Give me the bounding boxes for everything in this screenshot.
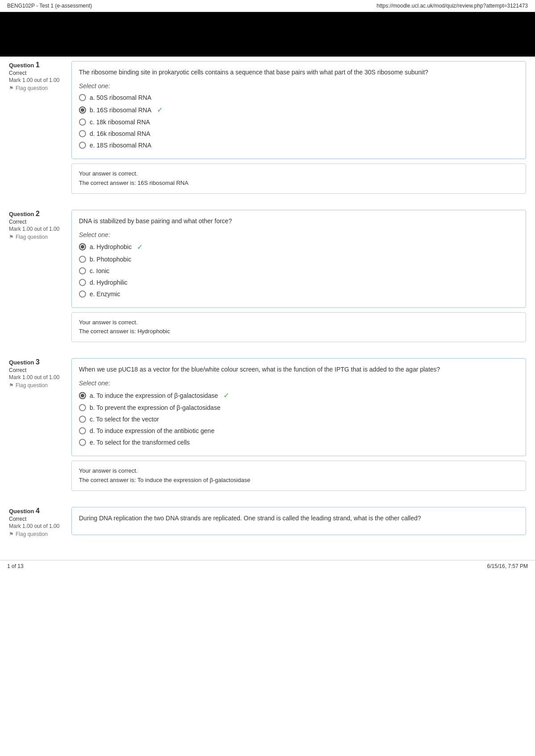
page-header: BENG102P - Test 1 (e-assessment) https:/…	[0, 0, 535, 12]
question-status-1: Correct	[9, 70, 67, 76]
question-text-3: When we use pUC18 as a vector for the bl…	[79, 365, 519, 374]
question-text-4: During DNA replication the two DNA stran…	[79, 514, 519, 523]
feedback-correct-3: Your answer is correct.	[79, 466, 519, 476]
question-main-3: When we use pUC18 as a vector for the bl…	[71, 358, 526, 500]
option-label-2-4: e. Enzymic	[90, 290, 120, 298]
flag-icon: ⚑	[9, 85, 14, 91]
question-box-4: During DNA replication the two DNA stran…	[71, 507, 526, 535]
top-bar	[0, 12, 535, 57]
question-box-2: DNA is stabilized by base pairing and wh…	[71, 210, 526, 308]
question-block-3: Question 3CorrectMark 1.00 out of 1.00⚑F…	[9, 358, 526, 500]
page-title: BENG102P - Test 1 (e-assessment)	[7, 3, 92, 9]
question-number-2: Question 2	[9, 210, 67, 218]
radio-1-2[interactable]	[79, 119, 86, 126]
option-row-2-4: e. Enzymic	[79, 290, 519, 298]
radio-2-0[interactable]	[79, 243, 86, 250]
flag-icon: ⚑	[9, 531, 14, 537]
question-mark-2: Mark 1.00 out of 1.00	[9, 226, 67, 232]
question-main-4: During DNA replication the two DNA stran…	[71, 507, 526, 539]
option-label-3-0: a. To induce the expression of β-galacto…	[90, 392, 218, 399]
question-main-2: DNA is stabilized by base pairing and wh…	[71, 210, 526, 351]
radio-3-4[interactable]	[79, 439, 86, 446]
radio-2-4[interactable]	[79, 290, 86, 298]
content-area: Question 1CorrectMark 1.00 out of 1.00⚑F…	[0, 57, 535, 551]
radio-3-1[interactable]	[79, 404, 86, 411]
feedback-box-3: Your answer is correct.The correct answe…	[71, 461, 526, 491]
radio-3-3[interactable]	[79, 427, 86, 434]
option-label-2-3: d. Hydrophilic	[90, 279, 128, 286]
select-one-label-3: Select one:	[79, 380, 519, 387]
page-info: 1 of 13	[7, 563, 24, 569]
option-row-1-0: a. 50S ribosomal RNA	[79, 93, 519, 102]
question-status-2: Correct	[9, 219, 67, 225]
feedback-answer-2: The correct answer is: Hydrophobic	[79, 327, 519, 336]
option-row-1-3: d. 16k ribosomal RNA	[79, 129, 519, 138]
flag-label: Flag question	[16, 382, 48, 388]
flag-question-2[interactable]: ⚑Flag question	[9, 234, 67, 240]
question-status-3: Correct	[9, 367, 67, 373]
question-mark-3: Mark 1.00 out of 1.00	[9, 374, 67, 380]
radio-3-0[interactable]	[79, 392, 86, 399]
feedback-box-2: Your answer is correct.The correct answe…	[71, 312, 526, 343]
option-label-3-2: c. To select for the vector	[90, 416, 159, 423]
radio-1-4[interactable]	[79, 142, 86, 149]
radio-1-1[interactable]	[79, 106, 86, 114]
option-label-2-0: a. Hydrophobic	[90, 243, 132, 250]
flag-question-3[interactable]: ⚑Flag question	[9, 382, 67, 388]
question-number-3: Question 3	[9, 358, 67, 366]
option-row-1-1: b. 16S ribosomal RNA✓	[79, 105, 519, 115]
date-time: 6/15/16, 7:57 PM	[487, 563, 528, 569]
option-label-2-1: b. Photophobic	[90, 256, 131, 263]
radio-1-0[interactable]	[79, 94, 86, 101]
option-label-1-3: d. 16k ribosomal RNA	[90, 130, 150, 137]
question-sidebar-4: Question 4CorrectMark 1.00 out of 1.00⚑F…	[9, 507, 67, 539]
flag-label: Flag question	[16, 531, 48, 537]
question-mark-4: Mark 1.00 out of 1.00	[9, 523, 67, 529]
feedback-answer-1: The correct answer is: 16S ribosomal RNA	[79, 179, 519, 188]
question-mark-1: Mark 1.00 out of 1.00	[9, 77, 67, 83]
option-label-2-2: c. Ionic	[90, 267, 109, 274]
option-row-2-1: b. Photophobic	[79, 255, 519, 264]
radio-1-3[interactable]	[79, 130, 86, 137]
question-text-1: The ribosome binding site in prokaryotic…	[79, 68, 519, 77]
feedback-correct-2: Your answer is correct.	[79, 318, 519, 327]
feedback-answer-3: The correct answer is: To induce the exp…	[79, 476, 519, 485]
flag-label: Flag question	[16, 85, 48, 91]
option-label-3-3: d. To induce expression of the antibioti…	[90, 427, 214, 434]
option-row-3-0: a. To induce the expression of β-galacto…	[79, 390, 519, 400]
option-row-3-4: e. To select for the transformed cells	[79, 438, 519, 447]
question-block-1: Question 1CorrectMark 1.00 out of 1.00⚑F…	[9, 61, 526, 203]
feedback-correct-1: Your answer is correct.	[79, 169, 519, 179]
radio-2-2[interactable]	[79, 267, 86, 274]
page-footer: 1 of 13 6/15/16, 7:57 PM	[0, 560, 535, 572]
option-row-3-3: d. To induce expression of the antibioti…	[79, 426, 519, 435]
question-status-4: Correct	[9, 516, 67, 522]
check-mark-3-0: ✓	[223, 391, 229, 400]
radio-3-2[interactable]	[79, 416, 86, 423]
option-label-1-0: a. 50S ribosomal RNA	[90, 94, 152, 101]
flag-question-1[interactable]: ⚑Flag question	[9, 85, 67, 91]
radio-2-3[interactable]	[79, 279, 86, 286]
option-row-2-2: c. Ionic	[79, 266, 519, 275]
question-sidebar-3: Question 3CorrectMark 1.00 out of 1.00⚑F…	[9, 358, 67, 500]
option-row-2-0: a. Hydrophobic✓	[79, 242, 519, 252]
check-mark-1-1: ✓	[157, 106, 163, 114]
question-box-3: When we use pUC18 as a vector for the bl…	[71, 358, 526, 456]
flag-question-4[interactable]: ⚑Flag question	[9, 531, 67, 537]
radio-2-1[interactable]	[79, 256, 86, 263]
check-mark-2-0: ✓	[137, 243, 143, 251]
option-row-1-2: c. 18k ribosomal RNA	[79, 118, 519, 127]
flag-icon: ⚑	[9, 234, 14, 240]
option-label-1-2: c. 18k ribosomal RNA	[90, 119, 150, 126]
question-block-4: Question 4CorrectMark 1.00 out of 1.00⚑F…	[9, 507, 526, 539]
flag-label: Flag question	[16, 234, 48, 240]
question-number-4: Question 4	[9, 507, 67, 515]
question-box-1: The ribosome binding site in prokaryotic…	[71, 61, 526, 159]
option-label-1-4: e. 18S ribosomal RNA	[90, 142, 152, 149]
question-sidebar-2: Question 2CorrectMark 1.00 out of 1.00⚑F…	[9, 210, 67, 351]
option-row-3-1: b. To prevent the expression of β-galact…	[79, 403, 519, 412]
option-label-1-1: b. 16S ribosomal RNA	[90, 106, 152, 114]
question-number-1: Question 1	[9, 61, 67, 69]
option-label-3-4: e. To select for the transformed cells	[90, 439, 190, 446]
option-row-3-2: c. To select for the vector	[79, 415, 519, 424]
